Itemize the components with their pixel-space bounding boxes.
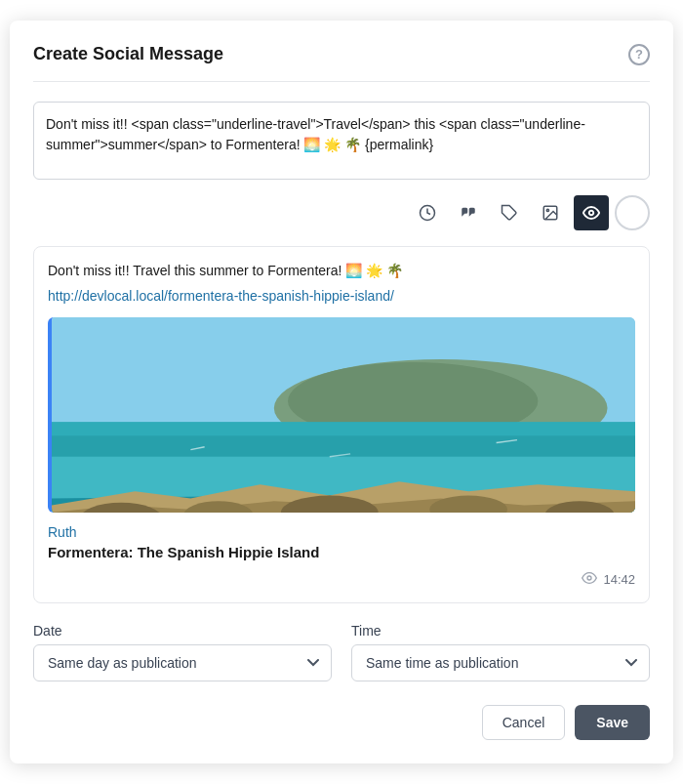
date-group: Date Same day as publication Custom date <box>33 623 332 681</box>
footer-actions: Cancel Save <box>33 705 650 740</box>
time-label: Time <box>351 623 650 639</box>
cancel-button[interactable]: Cancel <box>482 705 566 740</box>
modal-header: Create Social Message ? <box>33 44 650 82</box>
preview-time: 14:42 <box>603 572 635 587</box>
history-button[interactable] <box>410 195 445 230</box>
preview-link[interactable]: http://devlocal.local/formentera-the-spa… <box>48 287 635 307</box>
preview-text: Don't miss it!! Travel this summer to Fo… <box>48 261 635 281</box>
preview-button[interactable] <box>574 195 609 230</box>
preview-author: Ruth <box>48 524 635 540</box>
help-icon[interactable]: ? <box>628 44 650 65</box>
image-button[interactable] <box>533 195 568 230</box>
view-icon <box>582 570 597 589</box>
form-row: Date Same day as publication Custom date… <box>33 623 650 681</box>
tag-button[interactable] <box>492 195 527 230</box>
svg-point-22 <box>587 576 591 580</box>
preview-image-container <box>48 317 635 513</box>
quote-button[interactable] <box>451 195 486 230</box>
time-select[interactable]: Same time as publication Custom time <box>351 644 650 681</box>
preview-card: Don't miss it!! Travel this summer to Fo… <box>33 246 650 604</box>
svg-point-3 <box>546 209 548 211</box>
toolbar <box>33 195 650 230</box>
preview-image <box>52 317 635 513</box>
save-button[interactable]: Save <box>575 705 650 740</box>
date-label: Date <box>33 623 332 639</box>
modal-title: Create Social Message <box>33 44 223 64</box>
preview-meta: 14:42 <box>48 570 635 589</box>
svg-point-4 <box>589 210 594 215</box>
circle-button[interactable] <box>615 195 650 230</box>
date-select[interactable]: Same day as publication Custom date <box>33 644 332 681</box>
time-group: Time Same time as publication Custom tim… <box>351 623 650 681</box>
create-social-message-modal: Create Social Message ? Don't miss it!! … <box>10 21 673 764</box>
message-textarea[interactable]: Don't miss it!! <span class="underline-t… <box>33 102 650 180</box>
preview-article-title: Formentera: The Spanish Hippie Island <box>48 544 635 560</box>
